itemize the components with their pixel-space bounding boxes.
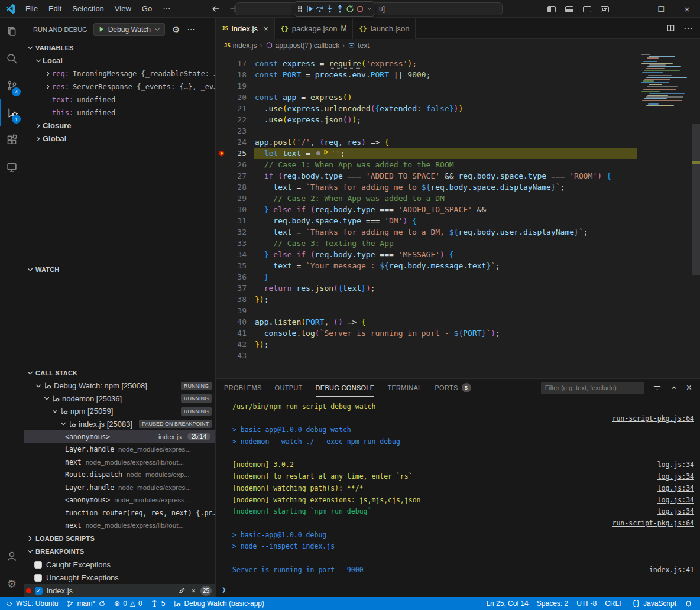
breakpoint-checkbox[interactable]: ✓ [35, 587, 43, 595]
breakpoints-section-header[interactable]: BREAKPOINTS [24, 545, 215, 558]
code-line[interactable]: 25 let text = ''; [216, 148, 700, 159]
variable-row[interactable]: res:ServerResponse {_events: {…}, _ev… [24, 80, 215, 93]
console-source-link[interactable]: log.js:34 [657, 459, 694, 471]
panel-tab-problems[interactable]: PROBLEMS [224, 379, 262, 397]
code-line[interactable]: 24app.post('/', (req, res) => { [216, 137, 700, 148]
customize-layout-icon[interactable] [601, 6, 609, 12]
code-line[interactable]: 21 .use(express.urlencoded({extended: fa… [216, 103, 700, 114]
console-source-link[interactable]: index.js:41 [649, 564, 694, 576]
code-line[interactable]: 19 [216, 80, 700, 92]
status-left-item-3[interactable]: 5 [147, 597, 170, 610]
activity-remote-explorer[interactable] [0, 154, 24, 181]
breadcrumb-item[interactable]: JSindex.js [224, 41, 257, 50]
status-right-item-0[interactable]: Ln 25, Col 14 [482, 597, 532, 610]
code-line[interactable]: 39 [216, 305, 700, 316]
console-filter-input[interactable] [541, 382, 644, 394]
code-line[interactable]: 35 text = `Your message : ${req.body.mes… [216, 260, 700, 271]
code-line[interactable]: 30 } else if (req.body.type === 'ADDED_T… [216, 204, 700, 215]
breadcrumb-item[interactable]: app.post('/') callback [265, 41, 340, 50]
callstack-session-row[interactable]: index.js [25083]PAUSED ON BREAKPOINT [24, 418, 215, 431]
close-panel-icon[interactable]: × [686, 382, 692, 393]
activity-settings[interactable]: ⚙ [0, 570, 24, 597]
status-right-item-5[interactable] [680, 597, 696, 610]
split-editor-icon[interactable] [666, 24, 675, 33]
breadcrumb[interactable]: JSindex.js›app.post('/') callback›text [216, 39, 700, 51]
callstack-frame-row[interactable]: nextnode_modules/express/lib/rout... [24, 520, 215, 533]
status-right-item-1[interactable]: Spaces: 2 [533, 597, 572, 610]
editor-more-icon[interactable]: ⋯ [683, 22, 693, 34]
toggle-panel-icon[interactable] [565, 6, 573, 12]
status-right-item-2[interactable]: UTF-8 [572, 597, 601, 610]
code-line[interactable]: 23 [216, 125, 700, 137]
panel-tab-ports[interactable]: PORTS5 [435, 379, 471, 397]
variable-scope-row[interactable]: Global [24, 132, 215, 145]
code-line[interactable]: 27 if (req.body.type === 'ADDED_TO_SPACE… [216, 170, 700, 181]
menu-view[interactable]: View [109, 0, 137, 18]
dropdown-button[interactable] [365, 3, 373, 15]
status-right-item-3[interactable]: CRLF [601, 597, 627, 610]
breakpoint-row[interactable]: ✓index.js×25 [24, 584, 215, 597]
step-over-button[interactable] [315, 3, 325, 15]
console-source-link[interactable]: log.js:34 [657, 506, 694, 518]
stop-button[interactable] [355, 3, 365, 15]
console-source-link[interactable]: log.js:34 [657, 495, 694, 507]
breadcrumb-item[interactable]: text [348, 41, 369, 50]
code-line[interactable]: 20const app = express() [216, 92, 700, 103]
variable-scope-row[interactable]: Closure [24, 119, 215, 132]
variable-row[interactable]: req:IncomingMessage {_readableState: … [24, 67, 215, 80]
code-line[interactable]: 41 console.log(`Server is running in por… [216, 327, 700, 339]
console-source-link[interactable]: log.js:34 [657, 483, 694, 495]
code-line[interactable]: 31 req.body.space.type === 'DM') { [216, 215, 700, 226]
call-stack-section-header[interactable]: CALL STACK [24, 366, 215, 379]
code-line[interactable]: 22 .use(express.json()); [216, 114, 700, 125]
sidebar-more-icon[interactable]: ⋯ [187, 25, 195, 34]
code-editor[interactable]: 17const express = require('express');18c… [216, 51, 700, 378]
code-line[interactable]: 32 text = `Thanks for adding me to a DM,… [216, 226, 700, 238]
debug-console-input[interactable]: ❯ [216, 582, 700, 597]
callstack-session-row[interactable]: npm [25059]RUNNING [24, 405, 215, 418]
code-line[interactable]: 40app.listen(PORT, () => { [216, 316, 700, 327]
activity-search[interactable] [0, 45, 24, 72]
callstack-frame-row[interactable]: nextnode_modules/express/lib/rout... [24, 456, 215, 469]
variables-section-header[interactable]: VARIABLES [24, 41, 215, 54]
breakpoint-checkbox[interactable] [34, 574, 42, 582]
status-left-item-0[interactable]: WSL: Ubuntu [1, 597, 62, 610]
console-source-link[interactable]: run-script-pkg.js:64 [612, 518, 694, 530]
panel-tab-debug-console[interactable]: DEBUG CONSOLE [316, 379, 375, 397]
start-debug-icon[interactable] [98, 25, 105, 33]
status-left-item-1[interactable]: main* [62, 597, 110, 610]
debug-settings-gear-icon[interactable]: ⚙ [172, 24, 180, 35]
tab-package-json[interactable]: {}package.jsonM [275, 18, 354, 39]
tab-index-js[interactable]: JSindex.js× [216, 18, 275, 39]
code-line[interactable]: 36 } [216, 271, 700, 283]
code-line[interactable]: 43 [216, 350, 700, 361]
restart-button[interactable] [345, 3, 355, 15]
code-line[interactable]: 17const express = require('express'); [216, 58, 700, 69]
activity-run-and-debug[interactable]: 1 [0, 99, 24, 126]
toggle-secondary-sidebar-icon[interactable] [583, 6, 591, 12]
callstack-frame-row[interactable]: Layer.handlenode_modules/expres... [24, 481, 215, 494]
editor-scrollbar[interactable] [692, 51, 700, 378]
menu-more[interactable]: ⋯ [157, 0, 176, 18]
callstack-session-row[interactable]: Debug Watch: npm [25008]RUNNING [24, 379, 215, 392]
launch-config-picker[interactable]: Debug Watch [93, 23, 165, 36]
close-button[interactable]: × [674, 0, 700, 18]
activity-source-control[interactable]: 4 [0, 72, 24, 99]
menu-go[interactable]: Go [137, 0, 157, 18]
panel-tab-terminal[interactable]: TERMINAL [387, 379, 422, 397]
code-line[interactable]: 42}); [216, 339, 700, 350]
tab-launch-json[interactable]: {}launch.json [353, 18, 416, 39]
minimap[interactable] [641, 54, 691, 111]
activity-extensions[interactable] [0, 126, 24, 154]
code-line[interactable]: 28 text = `Thanks for adding me to ${req… [216, 181, 700, 193]
callstack-frame-row[interactable]: function router(req, res, next) {.pr… [24, 507, 215, 520]
code-line[interactable]: 34 } else if (req.body.type === 'MESSAGE… [216, 249, 700, 260]
scrollbar-thumb[interactable] [692, 124, 700, 275]
remove-breakpoint-icon[interactable]: × [191, 586, 196, 595]
toggle-sidebar-icon[interactable] [547, 6, 556, 12]
callstack-session-row[interactable]: nodemon [25036]RUNNING [24, 392, 215, 405]
loaded-scripts-section-header[interactable]: LOADED SCRIPTS [24, 532, 215, 545]
menu-selection[interactable]: Selection [67, 0, 109, 18]
breakpoint-row[interactable]: Caught Exceptions [24, 558, 215, 571]
callstack-frame-row[interactable]: Layer.handlenode_modules/expres... [24, 443, 215, 456]
